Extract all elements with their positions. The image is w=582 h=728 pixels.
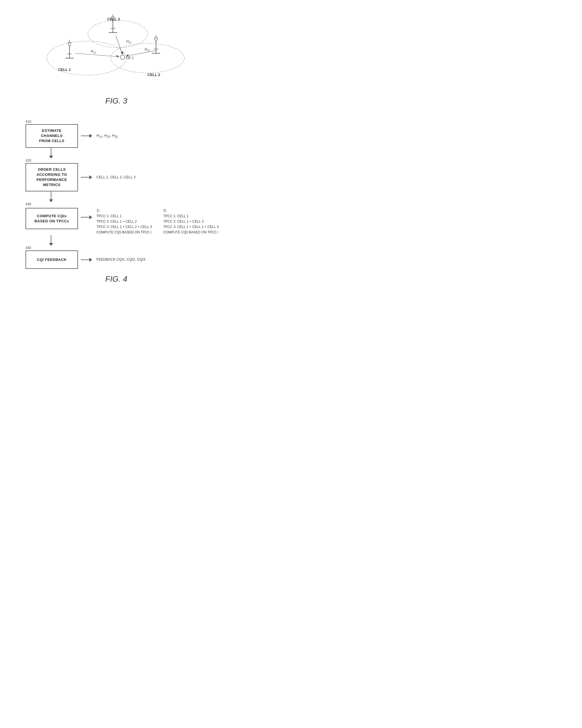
arrow-410: [81, 134, 92, 138]
svg-text:CELL 1: CELL 1: [58, 68, 71, 72]
svg-line-28: [75, 53, 119, 57]
svg-line-21: [156, 38, 158, 42]
fig3-label: FIG. 3: [0, 97, 233, 105]
step-410-wrapper: 410 ESTIMATE CHANNELSFROM CELLS H11, H21…: [8, 120, 224, 148]
svg-line-30: [126, 51, 156, 56]
annotation-430: 1) TPCC 1: CELL 1 TPCC 2: CELL 1 + CELL …: [96, 208, 219, 235]
annotation-440: FEEDBACK CQI1, CQI2, CQI3: [96, 257, 145, 262]
step-440-number: 440: [26, 246, 224, 250]
col2-tpcc2: TPCC 2: CELL 1 + CELL 3: [163, 219, 219, 224]
step-410-row: ESTIMATE CHANNELSFROM CELLS H11, H21, H3…: [8, 124, 224, 148]
step-420-number: 420: [26, 158, 224, 162]
svg-line-7: [70, 43, 71, 47]
step-410-number: 410: [26, 120, 224, 124]
svg-text:CELL 2: CELL 2: [148, 73, 160, 77]
svg-text:H: H: [145, 47, 147, 51]
step-420-wrapper: 420 ORDER CELLSACCORDING TOPERFORMANCE M…: [8, 158, 224, 192]
svg-text:H: H: [91, 49, 93, 53]
col1-tpcc1: TPCC 1: CELL 1: [96, 213, 152, 219]
svg-line-6: [68, 43, 70, 47]
compute-cqi-box: COMPUTE CQIsBASED ON TPCCs: [26, 208, 78, 229]
arrow-420: [81, 175, 92, 179]
svg-point-2: [88, 20, 148, 48]
fig4-label: FIG. 4: [8, 275, 224, 284]
flowchart: 410 ESTIMATE CHANNELSFROM CELLS H11, H21…: [8, 120, 224, 269]
step-430-wrapper: 430 COMPUTE CQIsBASED ON TPCCs 1) TPCC 1…: [8, 202, 224, 235]
col2-header: 2): [163, 208, 219, 213]
col2-compute: COMPUTE CQIi BASED ON TPCC i: [163, 230, 219, 235]
annotation-430-col1: 1) TPCC 1: CELL 1 TPCC 2: CELL 1 + CELL …: [96, 208, 152, 235]
col1-tpcc2: TPCC 2: CELL 1 + CELL 2: [96, 219, 152, 224]
cqi-feedback-box: CQI FEEDBACK: [26, 251, 78, 269]
order-cells-box: ORDER CELLSACCORDING TOPERFORMANCE METRI…: [26, 163, 78, 192]
step-420-row: ORDER CELLSACCORDING TOPERFORMANCE METRI…: [8, 163, 224, 192]
annotation-420: CELL 1, CELL 2, CELL 3: [96, 175, 135, 180]
svg-line-20: [154, 38, 156, 42]
arrow-down-3: [26, 235, 77, 246]
arrow-down-1: [26, 148, 77, 158]
svg-point-1: [110, 44, 184, 73]
svg-text:11: 11: [93, 51, 96, 54]
svg-text:H: H: [126, 40, 129, 44]
col2-tpcc3: TPCC 3: CELL 1 + CELL 2 + CELL 3: [163, 224, 219, 230]
estimate-channels-box: ESTIMATE CHANNELSFROM CELLS: [26, 124, 78, 148]
fig4-container: 410 ESTIMATE CHANNELSFROM CELLS H11, H21…: [0, 114, 233, 289]
svg-text:CELL 3: CELL 3: [107, 17, 120, 21]
step-440-wrapper: 440 CQI FEEDBACK FEEDBACK CQI1, CQI2, CQ…: [8, 246, 224, 269]
annotation-410: H11, H21, H31: [96, 133, 118, 139]
svg-text:21: 21: [147, 49, 150, 52]
svg-text:UE 1: UE 1: [126, 56, 134, 60]
arrow-430: [81, 215, 92, 219]
col1-tpcc3: TPCC 3: CELL 1 + CELL 2 + CELL 3: [96, 224, 152, 230]
svg-marker-29: [116, 55, 119, 57]
step-430-number: 430: [26, 202, 224, 206]
col1-header: 1): [96, 208, 152, 213]
step-440-row: CQI FEEDBACK FEEDBACK CQI1, CQI2, CQI3: [8, 251, 224, 269]
svg-text:31: 31: [129, 41, 132, 44]
svg-line-32: [116, 35, 123, 54]
svg-point-24: [120, 55, 125, 59]
col2-tpcc1: TPCC 1: CELL 1: [163, 213, 219, 219]
col1-compute: COMPUTE CQIi BASED ON TPCC i: [96, 230, 152, 235]
annotation-430-col2: 2) TPCC 1: CELL 1 TPCC 2: CELL 1 + CELL …: [163, 208, 219, 235]
fig3-diagram: CELL 1 CELL 2 CELL 3 UE 1 H 11 H 21 H 31: [0, 8, 233, 94]
arrow-down-2: [26, 191, 77, 202]
arrow-440: [81, 258, 92, 262]
step-430-row: COMPUTE CQIsBASED ON TPCCs 1) TPCC 1: CE…: [8, 207, 224, 235]
